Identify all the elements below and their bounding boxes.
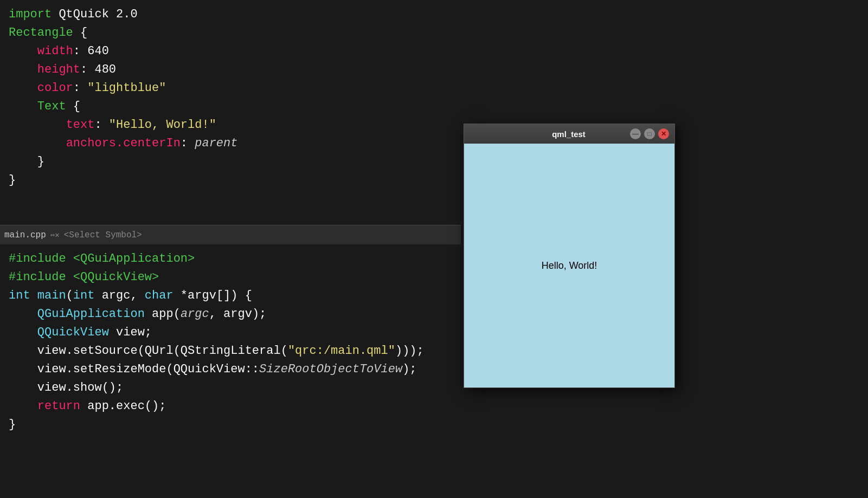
cpp-code-line: view.setResizeMode(QQuickView::SizeRootO… bbox=[9, 360, 452, 379]
qml-code-line: text: "Hello, World!" bbox=[9, 116, 452, 134]
left-panel: import QtQuick 2.0Rectangle { width: 640… bbox=[0, 0, 461, 498]
preview-titlebar: qml_test — □ ✕ bbox=[464, 124, 674, 144]
qml-code-line: import QtQuick 2.0 bbox=[9, 5, 452, 24]
cpp-editor[interactable]: #include <QGuiApplication>#include <QQui… bbox=[0, 244, 461, 498]
close-button[interactable]: ✕ bbox=[658, 128, 669, 139]
qml-code-line: color: "lightblue" bbox=[9, 79, 452, 98]
tab-bar: main.cpp ⇔ ✕ <Select Symbol> bbox=[0, 225, 461, 244]
qml-code-line: Rectangle { bbox=[9, 24, 452, 42]
cpp-code-line: QGuiApplication app(argc, argv); bbox=[9, 305, 452, 324]
cpp-code-line: return app.exec(); bbox=[9, 397, 452, 416]
cpp-code-line: #include <QGuiApplication> bbox=[9, 250, 452, 268]
qml-code-line: } bbox=[9, 153, 452, 171]
qml-code-line: anchors.centerIn: parent bbox=[9, 134, 452, 153]
cpp-code-line: view.setSource(QUrl(QStringLiteral("qrc:… bbox=[9, 342, 452, 360]
window-buttons: — □ ✕ bbox=[630, 128, 669, 139]
qml-editor[interactable]: import QtQuick 2.0Rectangle { width: 640… bbox=[0, 0, 461, 225]
maximize-button[interactable]: □ bbox=[644, 128, 655, 139]
main-container: import QtQuick 2.0Rectangle { width: 640… bbox=[0, 0, 868, 498]
cpp-code-line: #include <QQuickView> bbox=[9, 268, 452, 287]
minimize-button[interactable]: — bbox=[630, 128, 641, 139]
tab-close-icon[interactable]: ✕ bbox=[55, 230, 59, 240]
preview-content: Hello, World! bbox=[464, 144, 674, 387]
qml-code-line: width: 640 bbox=[9, 42, 452, 61]
cpp-code-line: QQuickView view; bbox=[9, 324, 452, 342]
tab-filename[interactable]: main.cpp bbox=[4, 230, 46, 240]
preview-title: qml_test bbox=[507, 130, 630, 139]
qml-code-line: height: 480 bbox=[9, 61, 452, 79]
tab-split-icon[interactable]: ⇔ bbox=[50, 230, 55, 240]
qml-code-line: } bbox=[9, 171, 452, 190]
tab-select-symbol[interactable]: <Select Symbol> bbox=[64, 230, 142, 240]
cpp-code-line: view.show(); bbox=[9, 379, 452, 397]
preview-window: qml_test — □ ✕ Hello, World! bbox=[464, 124, 675, 388]
cpp-code-line: int main(int argc, char *argv[]) { bbox=[9, 287, 452, 305]
hello-world-text: Hello, World! bbox=[542, 260, 597, 271]
cpp-code-line: } bbox=[9, 416, 452, 434]
qml-code-line: Text { bbox=[9, 98, 452, 116]
